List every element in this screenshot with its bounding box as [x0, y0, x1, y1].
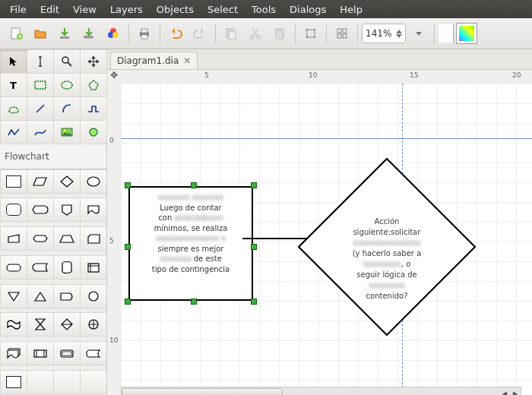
tab-diagram1[interactable]: Diagram1.dia ✕ [110, 52, 198, 69]
zigzag-tool[interactable] [80, 96, 107, 121]
drawing-canvas[interactable]: xxxxxxx xxxxxxx Luego de contar con ante… [121, 84, 532, 395]
scroll-right-icon[interactable]: ▸ [510, 387, 521, 395]
shape-manual-input[interactable] [0, 226, 27, 251]
flowchart-decision-shape[interactable]: Acción siguiente:solicitar xxxxxxxxxxxxx… [296, 156, 478, 338]
shape-internal-storage[interactable] [80, 255, 107, 280]
move-tool[interactable] [80, 49, 107, 74]
svg-rect-17 [307, 30, 315, 37]
shape-sort[interactable] [53, 312, 81, 337]
svg-point-29 [62, 81, 72, 89]
ruler-tick: 5 [109, 237, 114, 245]
shape-stored-data[interactable] [27, 255, 54, 280]
shape-display[interactable] [27, 198, 54, 222]
bezierline-tool[interactable] [27, 120, 54, 144]
print-button[interactable] [133, 22, 156, 45]
shape-ellipse[interactable] [80, 169, 107, 194]
shape-data-source[interactable] [80, 341, 107, 365]
shape-diamond[interactable] [53, 169, 81, 194]
shape-preparation[interactable] [27, 226, 54, 251]
open-file-button[interactable] [29, 22, 52, 45]
zoom-dropdown-button[interactable] [407, 22, 430, 45]
shape-blank2[interactable] [27, 370, 54, 394]
shape-terminator[interactable] [0, 255, 27, 280]
export-button[interactable] [102, 22, 125, 45]
shape-connector[interactable] [80, 284, 107, 308]
scrollbar-thumb[interactable] [122, 388, 283, 395]
menu-layers[interactable]: Layers [103, 2, 150, 17]
tool-grid: T [0, 49, 106, 144]
shape-delay[interactable] [53, 284, 81, 308]
polygon-tool[interactable] [80, 73, 107, 97]
shape-or[interactable] [80, 312, 107, 337]
shape-blank3[interactable] [53, 370, 81, 394]
shape-roundrect[interactable] [0, 198, 27, 222]
ruler-vertical[interactable]: 0 5 10 [107, 84, 122, 395]
arc-tool[interactable] [53, 96, 81, 121]
menu-objects[interactable]: Objects [150, 2, 201, 17]
shape-blank1[interactable] [0, 370, 27, 394]
box-tool[interactable] [27, 73, 54, 97]
grid-small-icon[interactable] [299, 22, 322, 45]
menu-view[interactable]: View [66, 2, 103, 17]
close-tab-icon[interactable]: ✕ [183, 55, 191, 66]
text-cursor-tool[interactable] [27, 49, 54, 74]
cut-button[interactable] [244, 22, 267, 45]
menu-help[interactable]: Help [333, 2, 369, 17]
shape-offpage[interactable] [53, 198, 81, 222]
outline-tool[interactable] [80, 120, 107, 144]
zoom-spinner[interactable] [396, 30, 402, 38]
menu-tools[interactable]: Tools [245, 2, 283, 17]
shape-tape[interactable] [0, 312, 27, 337]
pointer-tool[interactable] [0, 49, 27, 74]
polyline-tool[interactable] [0, 120, 27, 144]
ruler-horizontal[interactable]: 5 10 15 20 [121, 70, 532, 84]
separator [215, 24, 216, 43]
text-tool[interactable]: T [0, 73, 27, 97]
horizontal-scrollbar[interactable]: ◂ ▸ [121, 387, 521, 395]
ellipse-tool[interactable] [53, 73, 81, 97]
separator [357, 24, 358, 43]
shape-document[interactable] [80, 198, 107, 222]
line-tool[interactable] [27, 96, 54, 121]
sheet-selector[interactable]: Flowchart [0, 144, 106, 169]
shape-predef[interactable] [27, 341, 54, 365]
shape-cylinder[interactable] [53, 255, 81, 280]
undo-button[interactable] [164, 22, 187, 45]
svg-point-33 [87, 177, 100, 186]
shape-extract[interactable] [27, 284, 54, 308]
shape-blank4[interactable] [80, 370, 107, 394]
tool-sidebar: T Flowchart [0, 49, 107, 395]
ruler-origin-icon[interactable]: ✥ [107, 70, 122, 84]
image-tool[interactable] [53, 120, 81, 144]
magnify-tool[interactable] [53, 49, 81, 74]
color-swatches[interactable] [439, 24, 454, 43]
copy-button[interactable] [220, 22, 242, 45]
shape-collate[interactable] [27, 312, 54, 337]
color-wheel-icon [456, 23, 477, 44]
color-picker-button[interactable] [455, 22, 478, 45]
save-as-button[interactable] [78, 22, 100, 45]
menu-dialogs[interactable]: Dialogs [283, 2, 333, 17]
shape-parallelogram[interactable] [27, 169, 54, 194]
paste-button[interactable] [268, 22, 291, 45]
redo-button[interactable] [188, 22, 211, 45]
sheet-name-label: Flowchart [5, 151, 49, 162]
grid-large-icon[interactable] [331, 22, 353, 45]
shape-card[interactable] [80, 226, 107, 251]
ruler-tick: 20 [512, 71, 521, 79]
shape-rect[interactable] [0, 169, 27, 194]
scroll-left-icon[interactable]: ◂ [499, 387, 510, 395]
shape-merge[interactable] [0, 284, 27, 308]
shape-alt-process[interactable] [53, 341, 81, 365]
zoom-field[interactable]: 141% [362, 24, 406, 43]
svg-rect-10 [141, 35, 147, 39]
shape-multidoc[interactable] [0, 341, 27, 365]
save-button[interactable] [53, 22, 76, 45]
new-file-button[interactable] [5, 22, 27, 45]
beziershape-tool[interactable] [0, 96, 27, 121]
flowchart-process-shape[interactable]: xxxxxxx xxxxxxx Luego de contar con ante… [128, 186, 253, 301]
menu-file[interactable]: File [3, 2, 33, 17]
shape-trapezoid[interactable] [53, 226, 81, 251]
menu-select[interactable]: Select [201, 2, 245, 17]
menu-edit[interactable]: Edit [33, 2, 66, 17]
